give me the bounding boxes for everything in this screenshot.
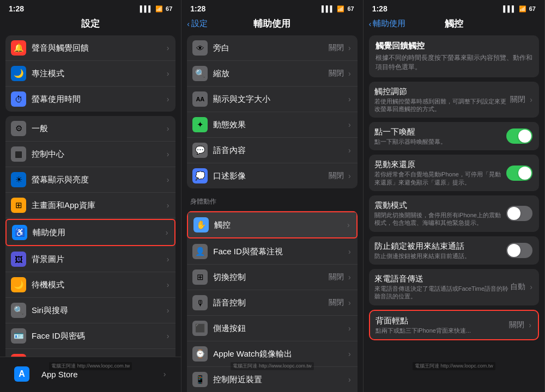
item-general[interactable]: ⚙ 一般 › [5,116,175,142]
item-desc: 若使用觸控螢幕時感到困難，可調整下列設定來更改螢幕回應觸控的方式。 [374,97,511,113]
item-right: 關閉 › [329,69,351,78]
audio-routing-group: 來電語音傳送 來電語音傳送決定了電話通話或FaceTime語音的聆聽音訊的位置。… [369,269,539,305]
item-title: Face ID與螢幕注視 [213,247,346,257]
item-motion[interactable]: ✦ 動態效果 › [187,112,357,138]
wifi-icon: 📶 [337,5,344,13]
chevron-right-icon: › [529,321,531,329]
item-right: 關閉 › [509,320,531,330]
nav-title-2: 輔助使用 [253,17,290,30]
item-homescreen[interactable]: ⊞ 主畫面和App資庫 › [5,193,175,218]
item-touch-acc[interactable]: 觸控調節 若使用觸控螢幕時感到困難，可調整下列設定來更改螢幕回應觸控的方式。 關… [369,82,539,118]
item-content: 觸控 [214,220,345,230]
item-prevent-lock[interactable]: 防止鎖定被用來結束通話 防止側邊按鈕被用來結束目前通話。 [369,236,539,265]
chevron-right-icon: › [348,69,351,78]
bottom-bar-1: A App Store › [0,357,181,392]
item-accessibility[interactable]: ♿ 輔助使用 › [5,219,175,246]
item-touch-highlighted[interactable]: ✋ 觸控 › [187,211,357,238]
item-sound[interactable]: 🔔 聲音與觸覺回饋 › [5,35,175,61]
item-screen-time[interactable]: ⏱ 螢幕使用時間 › [5,87,175,112]
item-title: 觸控調節 [374,87,511,97]
item-audio-description[interactable]: 💭 口述影像 關閉 › [187,163,357,188]
item-value: 關閉 [509,320,524,330]
toggle-knob [507,207,520,220]
item-nearby-devices[interactable]: 📱 控制附近裝置 › [187,367,357,392]
item-title: 專注模式 [32,69,165,79]
item-shake-undo[interactable]: 晃動來還原 若你經常會不自覺地晃動iPhone，可停用「晃動來還原」來避免顯示「… [369,155,539,191]
item-title: 主畫面和App資庫 [32,200,165,211]
wallpaper-icon: 🖼 [11,252,26,267]
zoom-icon: 🔍 [192,66,208,81]
haptic-touch-group: 觸覺回饋觸控 根據不同的時間長度按下螢幕來顯示內容預覽、動作和項目特色選單。 [369,35,539,77]
item-display[interactable]: ☀ 螢幕顯示與亮度 › [5,167,175,193]
item-display-text[interactable]: AA 顯示與文字大小 › [187,87,357,112]
vision-group: 👁 旁白 關閉 › 🔍 縮放 關閉 › AA [187,35,357,188]
item-back-tap[interactable]: 背面輕點 點兩下或點三下iPhone背面來快速... 關閉 › [370,311,538,339]
item-focus[interactable]: 🌙 專注模式 › [5,61,175,87]
item-standby[interactable]: 🌙 待機模式 › [5,272,175,298]
prevent-lock-toggle[interactable] [506,243,532,258]
item-voice-control[interactable]: 🎙 語音控制 關閉 › [187,290,357,316]
motion-icon: ✦ [192,117,208,132]
control-center-icon: ▦ [11,146,26,162]
item-content: 晃動來還原 若你經常會不自覺地晃動iPhone，可停用「晃動來還原」來避免顯示「… [374,160,506,186]
focus-icon: 🌙 [11,66,26,81]
time-3: 1:28 [372,4,387,13]
chevron-right-icon: › [164,370,166,378]
item-title: 背景圖片 [32,254,165,265]
item-content: SOS緊急服務 [32,357,165,357]
nav-back-label: 設定 [191,19,208,29]
apple-watch-icon: ⌚ [192,346,208,362]
item-switch-control[interactable]: ⊞ 切換控制 關閉 › [187,265,357,290]
chevron-right-icon: › [347,220,350,229]
item-spoken-content[interactable]: 💬 語音內容 › [187,138,357,163]
chevron-right-icon: › [348,120,351,129]
item-right: 關閉 › [329,298,351,308]
item-sos[interactable]: SOS SOS緊急服務 › [5,349,175,357]
item-content: 語音控制 [213,298,329,308]
item-side-button[interactable]: ⬛ 側邊按鈕 › [187,316,357,341]
haptic-touch-title: 觸覺回饋觸控 [376,41,532,51]
item-title: 震動模式 [374,200,506,211]
display-text-icon: AA [192,91,208,107]
settings-group-1: 🔔 聲音與觸覺回饋 › 🌙 專注模式 › ⏱ [5,35,175,112]
item-title: 控制中心 [32,149,165,160]
item-zoom[interactable]: 🔍 縮放 關閉 › [187,61,357,87]
item-desc: 若你經常會不自覺地晃動iPhone，可停用「晃動來還原」來避免顯示「還原」提示。 [374,170,506,186]
item-content: 控制附近裝置 [213,375,346,385]
item-faceid[interactable]: 🪪 Face ID與密碼 › [5,323,175,349]
item-vibration[interactable]: 震動模式 關閉此切換開關後，會停用所有iPhone上的震動模式，包含地震、海嘯和… [369,195,539,232]
nav-bar-1: 設定 [0,15,181,33]
item-title: SOS緊急服務 [32,357,165,357]
section-header-physical: 身體動作 [181,193,362,209]
back-chevron-icon: ‹ [369,20,372,28]
battery-icon: 67 [166,5,172,12]
item-apple-watch-mirror[interactable]: ⌚ Apple Watch鏡像輸出 › [187,341,357,367]
nav-back-button-3[interactable]: ‹ 輔助使用 [369,19,406,29]
nav-back-button-2[interactable]: ‹ 設定 [187,19,208,29]
chevron-right-icon: › [348,350,351,358]
item-voiceover[interactable]: 👁 旁白 關閉 › [187,35,357,61]
item-title: 來電語音傳送 [374,274,511,284]
item-title: 控制附近裝置 [213,375,346,385]
vibration-toggle[interactable] [506,206,532,221]
item-desc: 點兩下或點三下iPhone背面來快速... [376,327,510,334]
shake-undo-toggle[interactable] [506,166,532,181]
item-desc: 防止側邊按鈕被用來結束目前通話。 [374,252,506,260]
chevron-right-icon: › [348,375,351,384]
tap-wake-toggle[interactable] [506,128,532,144]
item-content: 側邊按鈕 [213,323,346,334]
item-siri[interactable]: 🔍 Siri與搜尋 › [5,298,175,323]
item-wallpaper[interactable]: 🖼 背景圖片 › [5,247,175,272]
item-right: 關閉 › [329,171,351,181]
touch-acc-group: 觸控調節 若使用觸控螢幕時感到困難，可調整下列設定來更改螢幕回應觸控的方式。 關… [369,82,539,118]
general-icon: ⚙ [11,121,26,136]
item-faceid-gaze[interactable]: 👤 Face ID與螢幕注視 › [187,239,357,265]
item-content: 切換控制 [213,272,329,283]
settings-list-2: 👁 旁白 關閉 › 🔍 縮放 關閉 › AA [181,33,362,392]
item-audio-routing[interactable]: 來電語音傳送 來電語音傳送決定了電話通話或FaceTime語音的聆聽音訊的位置。… [369,269,539,305]
item-value: 關閉 [510,95,525,105]
accessibility-icon: ♿ [12,225,27,240]
item-appstore[interactable]: A App Store › [9,362,172,387]
item-control-center[interactable]: ▦ 控制中心 › [5,142,175,167]
item-tap-wake[interactable]: 點一下喚醒 點一下顯示器時喚醒螢幕。 [369,122,539,150]
